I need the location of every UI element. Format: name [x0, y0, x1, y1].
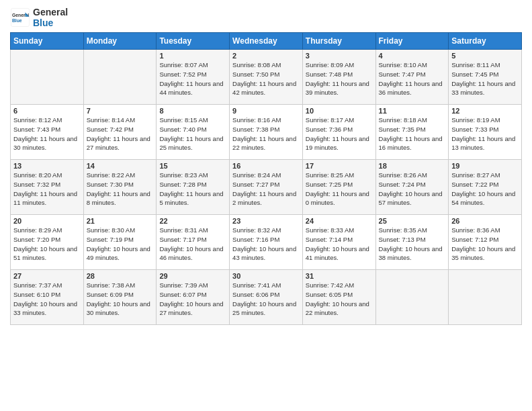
header: General Blue General Blue [10, 7, 522, 28]
day-cell: 28Sunrise: 7:38 AMSunset: 6:09 PMDayligh… [83, 270, 157, 325]
day-info: Sunrise: 7:39 AMSunset: 6:07 PMDaylight:… [159, 281, 226, 318]
day-number: 19 [451, 162, 519, 170]
day-cell: 18Sunrise: 8:26 AMSunset: 7:24 PMDayligh… [375, 160, 449, 215]
day-cell [375, 270, 449, 325]
day-number: 8 [159, 107, 226, 115]
day-cell: 21Sunrise: 8:30 AMSunset: 7:19 PMDayligh… [83, 215, 157, 270]
day-cell: 20Sunrise: 8:29 AMSunset: 7:20 PMDayligh… [11, 215, 84, 270]
day-number: 25 [379, 217, 446, 225]
day-number: 27 [13, 272, 81, 280]
day-info: Sunrise: 8:29 AMSunset: 7:20 PMDaylight:… [13, 226, 81, 263]
day-number: 16 [232, 162, 300, 170]
week-row-4: 20Sunrise: 8:29 AMSunset: 7:20 PMDayligh… [11, 215, 522, 270]
day-header-saturday: Saturday [449, 33, 522, 50]
day-number: 5 [451, 52, 519, 60]
day-cell: 10Sunrise: 8:17 AMSunset: 7:36 PMDayligh… [302, 105, 375, 160]
day-cell: 19Sunrise: 8:27 AMSunset: 7:22 PMDayligh… [449, 160, 522, 215]
day-cell [449, 270, 522, 325]
day-cell [11, 50, 84, 105]
day-info: Sunrise: 8:09 AMSunset: 7:48 PMDaylight:… [306, 60, 373, 97]
calendar-body: 1Sunrise: 8:07 AMSunset: 7:52 PMDaylight… [11, 50, 522, 325]
day-cell: 13Sunrise: 8:20 AMSunset: 7:32 PMDayligh… [11, 160, 84, 215]
day-number: 4 [379, 52, 446, 60]
day-number: 18 [379, 162, 446, 170]
day-info: Sunrise: 8:12 AMSunset: 7:43 PMDaylight:… [13, 116, 81, 152]
day-cell: 22Sunrise: 8:31 AMSunset: 7:17 PMDayligh… [157, 215, 230, 270]
calendar-header-row: SundayMondayTuesdayWednesdayThursdayFrid… [11, 33, 522, 50]
day-info: Sunrise: 7:37 AMSunset: 6:10 PMDaylight:… [13, 281, 81, 318]
day-info: Sunrise: 7:41 AMSunset: 6:06 PMDaylight:… [232, 281, 300, 318]
calendar-table: SundayMondayTuesdayWednesdayThursdayFrid… [10, 32, 522, 325]
day-info: Sunrise: 8:31 AMSunset: 7:17 PMDaylight:… [159, 226, 226, 263]
day-info: Sunrise: 8:17 AMSunset: 7:36 PMDaylight:… [306, 116, 373, 152]
day-number: 17 [306, 162, 373, 170]
day-number: 23 [232, 217, 300, 225]
svg-rect-0 [11, 9, 30, 27]
day-info: Sunrise: 8:36 AMSunset: 7:12 PMDaylight:… [451, 226, 519, 263]
day-number: 29 [159, 272, 226, 280]
day-header-wednesday: Wednesday [230, 33, 303, 50]
day-number: 7 [87, 107, 154, 115]
logo: General Blue General Blue [10, 7, 68, 28]
day-number: 12 [451, 107, 519, 115]
day-number: 11 [379, 107, 446, 115]
logo-text: General Blue [33, 7, 68, 28]
day-number: 3 [306, 52, 373, 60]
day-cell: 17Sunrise: 8:25 AMSunset: 7:25 PMDayligh… [302, 160, 375, 215]
day-number: 15 [159, 162, 226, 170]
day-info: Sunrise: 8:23 AMSunset: 7:28 PMDaylight:… [159, 171, 226, 208]
day-cell: 5Sunrise: 8:11 AMSunset: 7:45 PMDaylight… [449, 50, 522, 105]
day-info: Sunrise: 8:32 AMSunset: 7:16 PMDaylight:… [232, 226, 300, 263]
day-number: 9 [232, 107, 300, 115]
week-row-1: 1Sunrise: 8:07 AMSunset: 7:52 PMDaylight… [11, 50, 522, 105]
day-cell: 23Sunrise: 8:32 AMSunset: 7:16 PMDayligh… [230, 215, 303, 270]
day-cell: 16Sunrise: 8:24 AMSunset: 7:27 PMDayligh… [230, 160, 303, 215]
day-cell: 3Sunrise: 8:09 AMSunset: 7:48 PMDaylight… [302, 50, 375, 105]
day-number: 31 [306, 272, 373, 280]
day-number: 13 [13, 162, 81, 170]
day-cell: 4Sunrise: 8:10 AMSunset: 7:47 PMDaylight… [375, 50, 449, 105]
day-info: Sunrise: 8:16 AMSunset: 7:38 PMDaylight:… [232, 116, 300, 152]
day-info: Sunrise: 7:38 AMSunset: 6:09 PMDaylight:… [87, 281, 154, 318]
day-cell: 30Sunrise: 7:41 AMSunset: 6:06 PMDayligh… [230, 270, 303, 325]
day-info: Sunrise: 8:07 AMSunset: 7:52 PMDaylight:… [159, 60, 226, 97]
day-info: Sunrise: 8:18 AMSunset: 7:35 PMDaylight:… [379, 116, 446, 152]
day-info: Sunrise: 8:26 AMSunset: 7:24 PMDaylight:… [379, 171, 446, 208]
day-number: 1 [159, 52, 226, 60]
day-cell: 9Sunrise: 8:16 AMSunset: 7:38 PMDaylight… [230, 105, 303, 160]
day-info: Sunrise: 8:35 AMSunset: 7:13 PMDaylight:… [379, 226, 446, 263]
day-number: 24 [306, 217, 373, 225]
day-header-tuesday: Tuesday [157, 33, 230, 50]
day-info: Sunrise: 8:20 AMSunset: 7:32 PMDaylight:… [13, 171, 81, 208]
day-cell: 12Sunrise: 8:19 AMSunset: 7:33 PMDayligh… [449, 105, 522, 160]
day-number: 14 [87, 162, 154, 170]
day-info: Sunrise: 8:08 AMSunset: 7:50 PMDaylight:… [232, 60, 300, 97]
day-number: 6 [13, 107, 81, 115]
day-info: Sunrise: 8:11 AMSunset: 7:45 PMDaylight:… [451, 60, 519, 97]
week-row-5: 27Sunrise: 7:37 AMSunset: 6:10 PMDayligh… [11, 270, 522, 325]
day-cell [83, 50, 157, 105]
day-info: Sunrise: 7:42 AMSunset: 6:05 PMDaylight:… [306, 281, 373, 318]
day-cell: 26Sunrise: 8:36 AMSunset: 7:12 PMDayligh… [449, 215, 522, 270]
day-info: Sunrise: 8:19 AMSunset: 7:33 PMDaylight:… [451, 116, 519, 152]
day-cell: 6Sunrise: 8:12 AMSunset: 7:43 PMDaylight… [11, 105, 84, 160]
svg-text:Blue: Blue [12, 18, 22, 23]
day-cell: 25Sunrise: 8:35 AMSunset: 7:13 PMDayligh… [375, 215, 449, 270]
day-cell: 2Sunrise: 8:08 AMSunset: 7:50 PMDaylight… [230, 50, 303, 105]
day-info: Sunrise: 8:10 AMSunset: 7:47 PMDaylight:… [379, 60, 446, 97]
day-info: Sunrise: 8:24 AMSunset: 7:27 PMDaylight:… [232, 171, 300, 208]
day-info: Sunrise: 8:14 AMSunset: 7:42 PMDaylight:… [87, 116, 154, 152]
day-number: 21 [87, 217, 154, 225]
week-row-3: 13Sunrise: 8:20 AMSunset: 7:32 PMDayligh… [11, 160, 522, 215]
day-cell: 29Sunrise: 7:39 AMSunset: 6:07 PMDayligh… [157, 270, 230, 325]
day-header-friday: Friday [375, 33, 449, 50]
day-cell: 1Sunrise: 8:07 AMSunset: 7:52 PMDaylight… [157, 50, 230, 105]
day-info: Sunrise: 8:30 AMSunset: 7:19 PMDaylight:… [87, 226, 154, 263]
day-info: Sunrise: 8:25 AMSunset: 7:25 PMDaylight:… [306, 171, 373, 208]
day-number: 30 [232, 272, 300, 280]
day-cell: 31Sunrise: 7:42 AMSunset: 6:05 PMDayligh… [302, 270, 375, 325]
day-cell: 15Sunrise: 8:23 AMSunset: 7:28 PMDayligh… [157, 160, 230, 215]
logo-icon: General Blue [10, 7, 30, 28]
day-number: 2 [232, 52, 300, 60]
day-info: Sunrise: 8:15 AMSunset: 7:40 PMDaylight:… [159, 116, 226, 152]
